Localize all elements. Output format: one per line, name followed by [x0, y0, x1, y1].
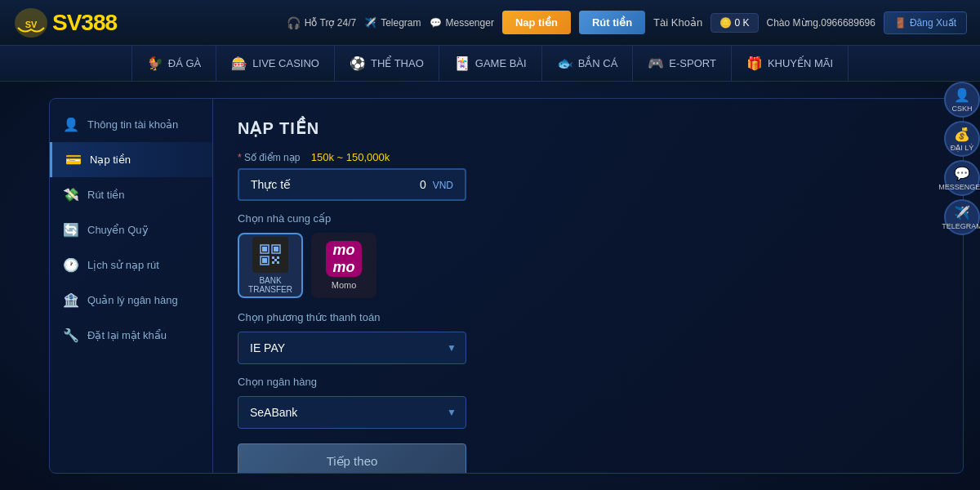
- side-icons: 👤 CSKH 💰 ĐẠI LÝ 💬 MESSENGER ✈️ TELEGRAM: [944, 82, 980, 235]
- rut-tien-button[interactable]: Rút tiền: [579, 11, 645, 34]
- page-title: NẠP TIỀN: [238, 118, 938, 138]
- dai-ly-label: ĐẠI LÝ: [951, 144, 974, 152]
- logo-text: SV388: [52, 10, 117, 36]
- e-sport-icon: 🎮: [648, 56, 664, 71]
- payment-method-wrapper: IE PAY QR Code ATM Card ▼: [238, 332, 466, 364]
- telegram-side-icon: ✈️: [954, 205, 970, 220]
- main-container: 👤 Thông tin tài khoản 💳 Nạp tiền 💸 Rút t…: [0, 82, 980, 490]
- messenger-side-icon: 💬: [954, 166, 970, 181]
- svg-rect-9: [277, 256, 279, 259]
- sidebar-item-chuyen-quy[interactable]: 🔄 Chuyển Quỹ: [50, 212, 212, 247]
- vnd-unit: VND: [433, 180, 453, 191]
- nav-item-e-sport[interactable]: 🎮 E-SPORT: [633, 46, 732, 82]
- dang-xuat-label: Đăng Xuất: [910, 17, 956, 29]
- svg-rect-12: [274, 259, 277, 261]
- qr-code-icon: [259, 243, 282, 266]
- momo-logo: momo: [326, 241, 362, 277]
- nav-item-da-ga[interactable]: 🐓 ĐÁ GÀ: [131, 46, 216, 82]
- provider-bank-transfer[interactable]: BANKTRANSFER: [238, 233, 303, 298]
- required-star: *: [238, 152, 244, 163]
- sidebar-label-dat-lai: Đặt lại mật khẩu: [87, 329, 167, 341]
- dang-xuat-button[interactable]: 🚪 Đăng Xuất: [884, 11, 967, 34]
- header: SV SV388 🎧 Hỗ Trợ 24/7 ✈️ Telegram 💬 Mes…: [0, 0, 980, 46]
- nap-tien-sidebar-icon: 💳: [65, 152, 82, 167]
- logout-icon: 🚪: [894, 17, 906, 29]
- sidebar-item-nap-tien[interactable]: 💳 Nạp tiền: [50, 142, 212, 177]
- history-icon: 🕐: [63, 257, 79, 273]
- nav-item-khuyen-mai[interactable]: 🎁 KHUYẾN MÃI: [732, 46, 849, 82]
- ban-ca-icon: 🐟: [557, 56, 573, 71]
- sidebar-label-rut-tien: Rút tiền: [87, 189, 125, 201]
- messenger-link[interactable]: 💬 Messenger: [430, 17, 494, 29]
- content-card: 👤 Thông tin tài khoản 💳 Nạp tiền 💸 Rút t…: [49, 98, 964, 474]
- nav-label-e-sport: E-SPORT: [669, 57, 716, 69]
- dai-ly-button[interactable]: 💰 ĐẠI LÝ: [944, 121, 980, 157]
- cskh-icon: 👤: [954, 87, 970, 103]
- greeting-text: Chào Mừng.0966689696: [767, 17, 875, 29]
- cskh-label: CSKH: [951, 105, 972, 113]
- bank-select[interactable]: SeABank Vietcombank BIDV Techcombank VPB…: [238, 396, 466, 429]
- nav-label-da-ga: ĐÁ GÀ: [168, 57, 201, 69]
- svg-rect-3: [262, 247, 267, 252]
- thuc-te-value: 0 VND: [420, 178, 453, 191]
- sidebar-label-thong-tin: Thông tin tài khoản: [87, 118, 178, 131]
- user-icon: 👤: [63, 117, 79, 132]
- sidebar-item-lich-su[interactable]: 🕐 Lịch sử nạp rút: [50, 247, 212, 283]
- game-bai-icon: 🃏: [454, 56, 470, 71]
- thuc-te-field: Thực tế 0 VND: [238, 168, 466, 201]
- logo-icon: SV: [13, 5, 49, 41]
- rut-tien-sidebar-icon: 💸: [63, 187, 79, 203]
- bank-transfer-label: BANKTRANSFER: [248, 276, 292, 294]
- messenger-side-label: MESSENGER: [938, 183, 980, 191]
- tiep-theo-button[interactable]: Tiếp theo: [238, 443, 466, 473]
- nav-item-the-thao[interactable]: ⚽ THỂ THAO: [335, 46, 439, 82]
- telegram-link[interactable]: ✈️ Telegram: [364, 17, 421, 29]
- support-label: Hỗ Trợ 24/7: [305, 17, 356, 29]
- nav-label-game-bai: GAME BÀI: [475, 57, 527, 69]
- nav-bar: 🐓 ĐÁ GÀ 🎰 LIVE CASINO ⚽ THỂ THAO 🃏 GAME …: [0, 46, 980, 82]
- telegram-icon: ✈️: [364, 17, 376, 29]
- bank-sidebar-icon: 🏦: [63, 292, 79, 308]
- sidebar: 👤 Thông tin tài khoản 💳 Nạp tiền 💸 Rút t…: [50, 99, 213, 473]
- telegram-side-button[interactable]: ✈️ TELEGRAM: [944, 199, 980, 235]
- sidebar-item-thong-tin[interactable]: 👤 Thông tin tài khoản: [50, 107, 212, 142]
- svg-rect-5: [274, 247, 278, 252]
- bank-qr-icon: [252, 237, 288, 273]
- dai-ly-icon: 💰: [954, 127, 970, 142]
- nav-item-live-casino[interactable]: 🎰 LIVE CASINO: [216, 46, 335, 82]
- chon-nha-cung-cap-label: Chọn nhà cung cấp: [238, 212, 938, 225]
- svg-rect-10: [272, 261, 274, 264]
- logo-area: SV SV388: [13, 5, 117, 41]
- chuyen-quy-icon: 🔄: [63, 222, 79, 238]
- svg-rect-8: [272, 256, 274, 259]
- khuyen-mai-icon: 🎁: [746, 56, 763, 71]
- payment-method-select[interactable]: IE PAY QR Code ATM Card: [238, 332, 466, 364]
- sidebar-label-nap-tien: Nạp tiền: [90, 154, 131, 166]
- nap-tien-button[interactable]: Nap tiền: [502, 11, 571, 34]
- cskh-button[interactable]: 👤 CSKH: [944, 82, 980, 118]
- nav-item-ban-ca[interactable]: 🐟 BẮN CÁ: [542, 46, 634, 82]
- bank-select-wrapper: SeABank Vietcombank BIDV Techcombank VPB…: [238, 396, 466, 429]
- balance-badge: 🪙 0 K: [710, 13, 758, 33]
- sidebar-item-rut-tien[interactable]: 💸 Rút tiền: [50, 177, 212, 212]
- chon-phuong-thuc-label: Chọn phương thức thanh toán: [238, 311, 938, 323]
- header-right: 🎧 Hỗ Trợ 24/7 ✈️ Telegram 💬 Messenger Na…: [287, 11, 967, 34]
- live-casino-icon: 🎰: [231, 56, 247, 71]
- provider-momo[interactable]: momo Momo: [311, 233, 376, 298]
- provider-grid: BANKTRANSFER momo Momo: [238, 233, 938, 298]
- nav-label-live-casino: LIVE CASINO: [252, 57, 319, 69]
- sidebar-item-quan-ly-ngan-hang[interactable]: 🏦 Quản lý ngân hàng: [50, 283, 212, 318]
- svg-text:SV: SV: [25, 20, 38, 29]
- messenger-icon: 💬: [430, 17, 442, 29]
- nav-item-game-bai[interactable]: 🃏 GAME BÀI: [439, 46, 542, 82]
- the-thao-icon: ⚽: [350, 56, 366, 71]
- sidebar-label-quan-ly: Quản lý ngân hàng: [87, 294, 178, 306]
- messenger-side-button[interactable]: 💬 MESSENGER: [944, 160, 980, 196]
- svg-rect-11: [277, 261, 279, 264]
- sidebar-item-dat-lai-mat-khau[interactable]: 🔧 Đặt lại mật khẩu: [50, 318, 212, 353]
- telegram-side-label: TELEGRAM: [942, 222, 980, 230]
- support-24-7[interactable]: 🎧 Hỗ Trợ 24/7: [287, 16, 356, 29]
- svg-rect-7: [262, 258, 267, 263]
- nav-label-ban-ca: BẮN CÁ: [578, 57, 618, 69]
- thuc-te-label: Thực tế: [251, 178, 291, 191]
